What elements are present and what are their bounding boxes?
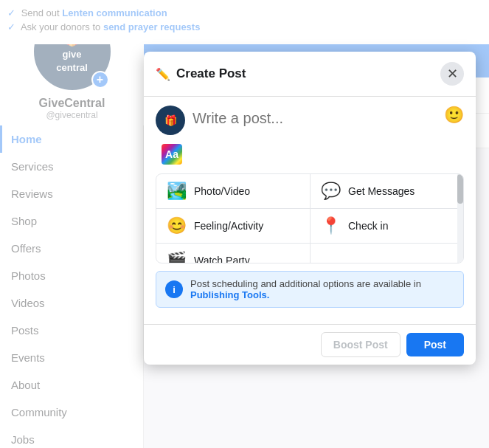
pencil-icon: ✏️ xyxy=(156,67,170,81)
option-watch-party[interactable]: 🎬 Watch Party xyxy=(156,244,310,263)
modal-footer: Boost Post Post xyxy=(144,324,476,365)
photo-video-label: Photo/Video xyxy=(194,185,250,197)
scrollbar-thumb[interactable] xyxy=(457,174,463,204)
watch-party-label: Watch Party xyxy=(194,255,250,263)
get-messages-label: Get Messages xyxy=(348,185,415,197)
emoji-button[interactable]: 🙂 xyxy=(444,106,464,125)
formatting-row: Aa xyxy=(156,141,464,168)
post-input[interactable] xyxy=(193,106,437,131)
post-button[interactable]: Post xyxy=(406,333,464,356)
modal-header: ✏️ Create Post ✕ xyxy=(144,52,476,97)
avatar-icon: 🎁 xyxy=(164,114,177,126)
messenger-icon: 💬 xyxy=(321,182,341,201)
photo-video-icon: 🏞️ xyxy=(167,182,187,201)
create-post-modal: ✏️ Create Post ✕ 🎁 🙂 Aa 🏞️ Photo/Video xyxy=(144,52,476,365)
watch-party-icon: 🎬 xyxy=(167,251,187,263)
location-pin-icon: 📍 xyxy=(321,216,341,235)
composer-row: 🎁 🙂 xyxy=(156,106,464,135)
option-feeling-activity[interactable]: 😊 Feeling/Activity xyxy=(156,209,310,244)
options-container: 🏞️ Photo/Video 💬 Get Messages 😊 Feeling/… xyxy=(156,173,464,263)
scrollbar-track xyxy=(457,174,463,263)
info-text: Post scheduling and additional options a… xyxy=(190,278,454,300)
option-check-in[interactable]: 📍 Check in xyxy=(310,209,463,244)
modal-close-button[interactable]: ✕ xyxy=(440,62,464,86)
options-grid: 🏞️ Photo/Video 💬 Get Messages 😊 Feeling/… xyxy=(156,174,463,263)
option-empty xyxy=(310,244,463,263)
feeling-activity-label: Feeling/Activity xyxy=(194,220,263,232)
modal-title: Create Post xyxy=(176,66,246,81)
composer-avatar: 🎁 xyxy=(156,106,185,135)
check-in-label: Check in xyxy=(348,220,388,232)
info-bar: i Post scheduling and additional options… xyxy=(156,271,464,308)
modal-body: 🎁 🙂 Aa 🏞️ Photo/Video 💬 Get Messages xyxy=(144,97,476,324)
feeling-icon: 😊 xyxy=(167,216,187,235)
info-icon: i xyxy=(165,280,183,298)
option-photo-video[interactable]: 🏞️ Photo/Video xyxy=(156,174,310,209)
boost-post-button[interactable]: Boost Post xyxy=(321,332,400,357)
option-get-messages[interactable]: 💬 Get Messages xyxy=(310,174,463,209)
aa-icon: Aa xyxy=(162,144,182,165)
publishing-tools-link[interactable]: Publishing Tools. xyxy=(190,289,269,300)
text-format-icon[interactable]: Aa xyxy=(159,141,185,168)
